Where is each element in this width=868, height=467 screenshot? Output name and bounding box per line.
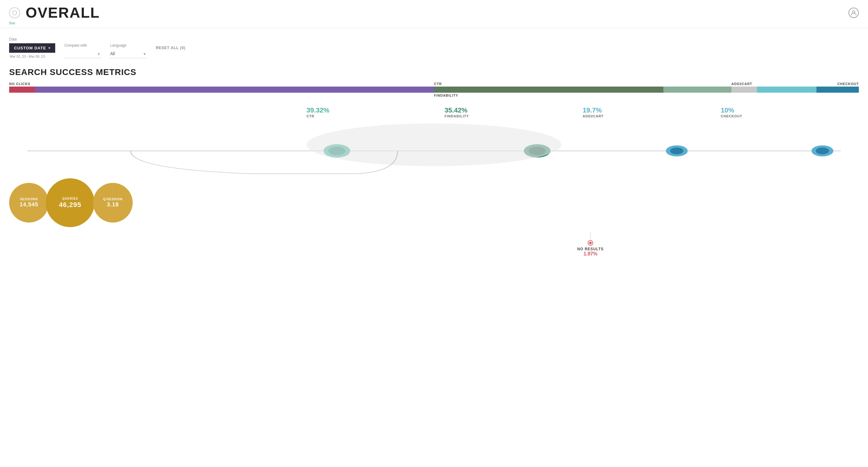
funnel-svg: [9, 121, 859, 181]
bar-no-clicks-segment: [9, 87, 35, 93]
date-range-text: Mar 02, 23 - Mar 08, 23: [9, 55, 55, 58]
bar-green-light-segment: [663, 87, 732, 93]
header-left: OVERALL: [9, 5, 100, 20]
ctr-bar-label: CTR: [434, 82, 732, 86]
queries-bubble: QUERIES 46,295: [46, 178, 95, 227]
findability-row: FINDABILITY: [9, 94, 859, 97]
qsession-bubble-value: 3.18: [107, 201, 119, 208]
findability-name: FINDABILITY: [445, 114, 469, 118]
findability-area: [307, 124, 561, 166]
date-button-label: CUSTOM DATE: [14, 46, 46, 50]
live-label: live: [9, 21, 15, 25]
bar-green-dark-segment: [434, 87, 663, 93]
queries-bubble-value: 46,295: [59, 201, 81, 209]
findability-metric: 35.42% FINDABILITY: [445, 106, 583, 118]
page-title: OVERALL: [26, 5, 100, 20]
no-results-section: NO RESULTS 1.97%: [313, 232, 868, 266]
sessions-bubble-label: SESSIONS: [20, 198, 38, 201]
bar-blue-segment: [816, 87, 859, 93]
add2cart-node-inner: [670, 147, 683, 154]
header: OVERALL: [0, 0, 868, 20]
add2cart-percent: 19.7%: [583, 106, 602, 114]
findability-percent: 35.42%: [445, 106, 468, 114]
date-filter-group: Date CUSTOM DATE ▾ Mar 02, 23 - Mar 08, …: [9, 37, 55, 58]
no-results-dot: [588, 241, 593, 245]
qsession-bubble-label: Q/SESSION: [103, 198, 123, 201]
findability-label: FINDABILITY: [434, 94, 458, 97]
header-divider: [0, 28, 868, 28]
ctr-percent: 39.32%: [307, 106, 330, 114]
bar-cyan-segment: [757, 87, 816, 93]
metrics-horizontal-bar: [9, 87, 859, 93]
checkout-percent: 10%: [721, 106, 734, 114]
compare-label: Compare with: [64, 43, 101, 47]
ctr-metric: 39.32% CTR: [307, 106, 445, 118]
qsession-bubble: Q/SESSION 3.18: [93, 183, 133, 223]
compare-select[interactable]: [64, 49, 101, 58]
checkout-node-inner: [816, 147, 829, 154]
bar-purple-segment: [35, 87, 434, 93]
checkout-name: CHECKOUT: [721, 114, 742, 118]
filters-bar: Date CUSTOM DATE ▾ Mar 02, 23 - Mar 08, …: [0, 34, 868, 64]
logo-icon: [9, 7, 20, 18]
queries-bubble-label: QUERIES: [62, 197, 78, 200]
date-label: Date: [9, 37, 55, 41]
sessions-bubble-value: 14,545: [20, 201, 38, 208]
bubbles-row: SESSIONS 14,545 QUERIES 46,295 Q/SESSION…: [0, 175, 868, 230]
bar-labels-row: NO CLICKS CTR ADD2CART CHECKOUT: [9, 82, 859, 86]
logo-inner-circle: [12, 10, 17, 15]
checkout-bar-label: CHECKOUT: [799, 82, 859, 86]
bar-gray-segment: [732, 87, 757, 93]
add2cart-bar-label: ADD2CART: [732, 82, 799, 86]
add2cart-metric: 19.7% ADD2CART: [583, 106, 721, 118]
sessions-bubble: SESSIONS 14,545: [9, 183, 49, 223]
reset-all-button[interactable]: RESET ALL (0): [156, 43, 185, 53]
language-filter-group: Language All: [110, 43, 147, 58]
metrics-bar-container: NO CLICKS CTR ADD2CART CHECKOUT FINDABIL…: [0, 82, 868, 97]
custom-date-button[interactable]: CUSTOM DATE ▾: [9, 43, 55, 53]
language-label: Language: [110, 43, 147, 47]
section-title: SEARCH SUCCESS METRICS: [0, 64, 868, 82]
language-select-wrapper[interactable]: All: [110, 49, 147, 58]
funnel-metrics-row: 39.32% CTR 35.42% FINDABILITY 19.7% ADD2…: [0, 97, 868, 118]
no-results-label: NO RESULTS: [577, 247, 603, 251]
funnel-diagram: [0, 121, 868, 181]
no-clicks-label: NO CLICKS: [9, 82, 434, 86]
user-avatar-icon[interactable]: [848, 8, 859, 18]
language-select[interactable]: All: [110, 49, 147, 58]
compare-select-wrapper[interactable]: [64, 49, 101, 58]
metrics-values-row: 39.32% CTR 35.42% FINDABILITY 19.7% ADD2…: [307, 106, 859, 118]
chevron-down-icon: ▾: [49, 46, 50, 50]
no-results-line: [590, 232, 591, 241]
no-results-value: 1.97%: [584, 251, 597, 257]
svg-point-0: [852, 11, 855, 13]
add2cart-name: ADD2CART: [583, 114, 604, 118]
live-badge: live: [0, 20, 868, 28]
ctr-name: CTR: [307, 114, 314, 118]
checkout-metric: 10% CHECKOUT: [721, 106, 859, 118]
compare-filter-group: Compare with: [64, 43, 101, 58]
